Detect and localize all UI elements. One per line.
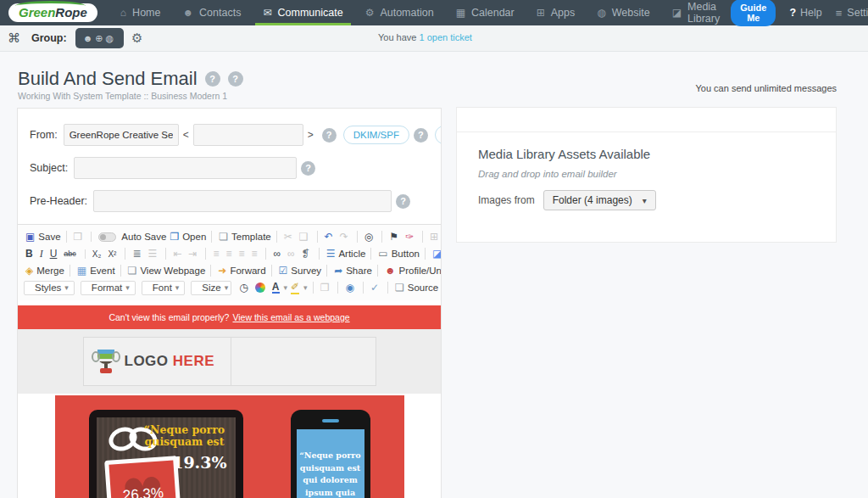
toolbar-button[interactable]: ≣: [125, 248, 144, 260]
toolbar-button[interactable]: ▭ Button: [370, 248, 420, 260]
toolbar-button[interactable]: ☰ Article: [319, 248, 366, 260]
save-icon: ▣: [25, 231, 35, 243]
ul-icon: ☰: [147, 248, 157, 260]
title-help-icon[interactable]: ?: [205, 71, 220, 87]
toolbar-button[interactable]: ❑: [298, 231, 312, 243]
title-help-icon-2[interactable]: ?: [228, 71, 243, 87]
toolbar-button[interactable]: ☰: [146, 248, 160, 260]
unlink-icon: ∞: [287, 248, 295, 260]
toolbar-button[interactable]: ✐: [289, 281, 308, 294]
toolbar-button[interactable]: ∞: [286, 248, 298, 260]
from-name-input[interactable]: [64, 124, 179, 146]
toolbar-button[interactable]: ≡: [236, 248, 248, 260]
subject-help-icon[interactable]: ?: [301, 161, 315, 176]
forward-icon: ➜: [218, 265, 226, 277]
toolbar-button[interactable]: ❐ Open: [168, 231, 206, 243]
guide-me-button[interactable]: Guide Me: [731, 0, 776, 26]
subject-input[interactable]: [74, 157, 297, 179]
open-ticket-link[interactable]: 1 open ticket: [419, 32, 471, 42]
toolbar-button[interactable]: ❒: [66, 231, 86, 243]
toolbar-button[interactable]: ⇤: [165, 248, 185, 260]
group-gear-icon[interactable]: ⚙: [131, 31, 142, 46]
toolbar-row-4: Styles Format Font Size ◷: [24, 279, 435, 296]
toolbar-button[interactable]: A: [270, 282, 287, 294]
toolbar-button[interactable]: ❏ View Webpage: [120, 265, 206, 277]
gift-box-graphic: ♥ 26.3%: [104, 456, 182, 498]
toolbar-button[interactable]: Format: [81, 281, 136, 295]
toolbar-button[interactable]: ➜ Forward: [210, 265, 265, 277]
toolbar-button[interactable]: ❡: [300, 248, 314, 260]
images-from-label: Images from: [478, 194, 535, 206]
indent-icon: ⇥: [188, 248, 197, 260]
toolbar-row-1: ▣ Save ❒ Auto Save ❐ Open ❏ Template: [24, 228, 435, 245]
article-icon: ☰: [326, 248, 336, 260]
toolbar-button[interactable]: ❐: [313, 282, 333, 294]
nav-item[interactable]: ✉ Communicate: [252, 0, 353, 25]
dkim-help-icon[interactable]: ?: [414, 128, 428, 143]
phone-graphic: “Neque porro quisquam est qui dolorem ip…: [291, 410, 370, 498]
nav-item[interactable]: ◪ Media Library: [661, 0, 732, 25]
toolbar-button[interactable]: X₂: [85, 249, 105, 259]
preheader-input[interactable]: [93, 190, 392, 212]
toolbar-button[interactable]: ☻ Profile/Unsub: [377, 265, 442, 277]
toolbar-button[interactable]: abc: [62, 249, 80, 258]
toolbar-button[interactable]: ◈ Merge: [24, 265, 64, 277]
toolbar-button[interactable]: ▣ Save: [24, 231, 61, 243]
toolbar-button[interactable]: ∞: [265, 248, 284, 260]
toolbar-button[interactable]: B: [24, 248, 36, 260]
toolbar-button[interactable]: ◎: [357, 231, 376, 243]
nav-item[interactable]: ⌂ Home: [109, 0, 172, 25]
toolbar-button[interactable]: Auto Save: [91, 232, 166, 242]
folder-select[interactable]: Folder (4 images) ▾: [543, 190, 656, 210]
email-infographic[interactable]: “Neque porro quisquam est 19.3% ♥ 26.3% …: [55, 395, 404, 498]
toolbar-button[interactable]: ≡: [249, 248, 260, 260]
nav-item[interactable]: ⊞ Apps: [526, 0, 587, 25]
toolbar-button[interactable]: ⊞: [422, 231, 442, 243]
toolbar-button[interactable]: ✂: [276, 231, 296, 243]
toolbar-button[interactable]: ≡: [224, 248, 235, 260]
toolbar-button[interactable]: Size: [191, 281, 231, 295]
toolbar-button[interactable]: ◉: [337, 282, 357, 294]
toolbar-button[interactable]: [253, 283, 269, 293]
toolbar-button[interactable]: ⚑: [381, 231, 402, 243]
group-selector[interactable]: ☻⊕◍: [75, 28, 124, 48]
nav-item[interactable]: ▦ Calendar: [445, 0, 526, 25]
toolbar-button[interactable]: U: [48, 248, 61, 260]
app-window: GreenRope ⌂ Home ☻ Contacts ✉ Communicat…: [0, 0, 868, 498]
nav-item[interactable]: ◍ Website: [586, 0, 660, 25]
logo-here-text: LOGO HERE: [125, 353, 215, 370]
from-label: From:: [30, 129, 58, 141]
toolbar-button[interactable]: Styles: [24, 281, 75, 295]
toolbar-button[interactable]: I: [38, 248, 47, 260]
nav-item[interactable]: ⚙ Automation: [354, 0, 445, 25]
media-assets-heading: Media Library Assets Available: [478, 147, 836, 161]
toolbar-button[interactable]: ◷: [237, 282, 251, 294]
view-as-webpage-link[interactable]: View this email as a webpage: [232, 312, 349, 322]
toolbar-button[interactable]: X²: [106, 249, 120, 259]
dkim-spf-button[interactable]: DKIM/SPF: [343, 126, 409, 144]
preheader-help-icon[interactable]: ?: [396, 194, 410, 209]
toolbar-button[interactable]: ✑: [403, 231, 417, 243]
from-help-icon[interactable]: ?: [322, 128, 337, 143]
subject-label: Subject:: [30, 162, 68, 174]
toolbar-button[interactable]: ✓: [363, 282, 382, 294]
toolbar-button[interactable]: ↷: [338, 231, 352, 243]
toolbar-button[interactable]: ⇥: [186, 248, 200, 260]
help-link[interactable]: ? Help: [789, 7, 821, 19]
toolbar-button[interactable]: ▦ Event: [70, 265, 115, 277]
toolbar-button[interactable]: ☑ Survey: [271, 265, 322, 277]
toolbar-button[interactable]: Font: [142, 281, 186, 295]
toolbar-button[interactable]: ➦ Share: [326, 265, 372, 277]
toolbar-button[interactable]: ↶: [317, 231, 337, 243]
nav-item[interactable]: ☻ Contacts: [171, 0, 252, 25]
greenrope-logo[interactable]: GreenRope: [8, 3, 97, 22]
logo-text-rope: Rope: [55, 5, 87, 20]
toolbar-button[interactable]: ◪ Picture: [425, 248, 442, 260]
toolbar-button[interactable]: ❏ Template: [211, 231, 270, 243]
toolbar-button[interactable]: ❏ Source: [387, 282, 438, 294]
settings-link[interactable]: ≡ Settings: [836, 7, 868, 20]
wizard-tabs: [457, 108, 836, 132]
toolbar-button[interactable]: ≡: [205, 248, 222, 260]
from-address-input[interactable]: [193, 124, 303, 146]
mta-button[interactable]: MTA: [435, 126, 442, 144]
